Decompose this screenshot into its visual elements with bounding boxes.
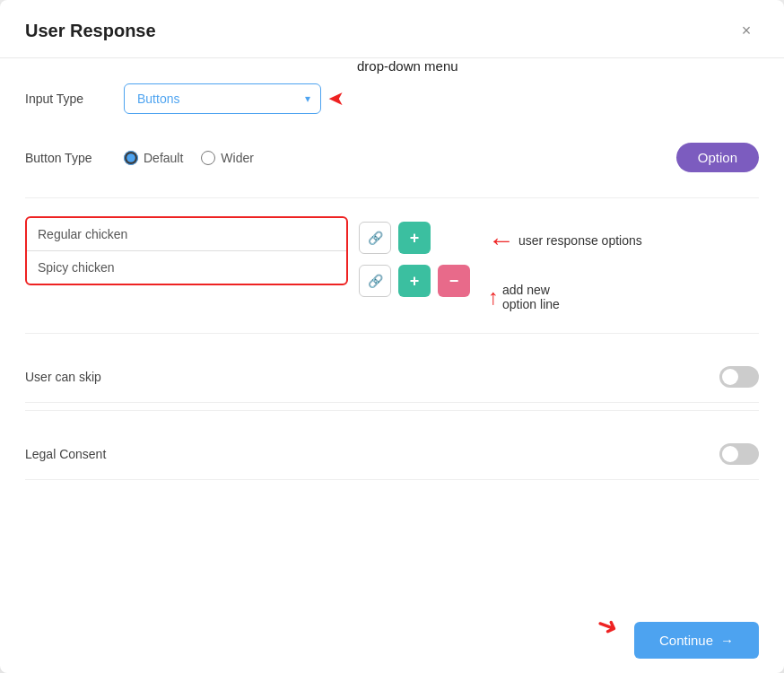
dropdown-red-arrow-icon: ➤ xyxy=(328,87,344,110)
input-type-row: Input Type Buttons ▾ ➤ xyxy=(25,83,759,114)
option-2-buttons: 🔗 + − xyxy=(359,265,470,297)
divider-3 xyxy=(25,410,759,411)
continue-arrow-icon: → xyxy=(720,633,734,648)
legal-consent-label: Legal Consent xyxy=(25,447,719,461)
link-icon-2: 🔗 xyxy=(368,274,383,288)
divider-1 xyxy=(25,197,759,198)
close-button[interactable]: × xyxy=(734,18,759,43)
option-input-2[interactable] xyxy=(27,251,346,284)
radio-default-input[interactable] xyxy=(124,151,138,165)
option-1-link-button[interactable]: 🔗 xyxy=(359,222,391,254)
legal-consent-slider xyxy=(719,443,759,465)
options-section-wrapper: 🔗 + 🔗 + − xyxy=(25,216,759,311)
option-1-buttons: 🔗 + xyxy=(359,222,470,254)
user-response-annotation: ← user response options xyxy=(488,227,642,254)
option-1-add-button[interactable]: + xyxy=(398,222,431,254)
user-can-skip-slider xyxy=(719,366,759,388)
radio-default[interactable]: Default xyxy=(124,151,183,165)
add-option-annotation: ↑ add new option line xyxy=(488,283,642,311)
dialog-title: User Response xyxy=(25,21,156,41)
response-options-arrow-icon: ← xyxy=(488,227,515,254)
button-type-label: Button Type xyxy=(25,151,124,165)
link-icon: 🔗 xyxy=(368,231,383,245)
user-can-skip-toggle[interactable] xyxy=(719,366,759,388)
input-type-label: Input Type xyxy=(25,92,124,106)
dropdown-annotation: drop-down menu xyxy=(357,58,458,74)
option-badge-button[interactable]: Option xyxy=(676,143,759,172)
add-icon-2: + xyxy=(410,272,420,291)
button-type-row: Button Type Default Wider Option xyxy=(25,143,759,172)
option-2-add-button[interactable]: + xyxy=(398,265,431,297)
dialog-footer: Continue → xyxy=(0,607,784,673)
dialog: User Response × drop-down menu Input Typ… xyxy=(0,0,784,673)
user-response-options-text: user response options xyxy=(518,233,642,248)
option-2-remove-button[interactable]: − xyxy=(438,265,470,297)
divider-2 xyxy=(25,333,759,334)
continue-button[interactable]: Continue → xyxy=(634,622,759,659)
option-input-1[interactable] xyxy=(27,218,346,251)
side-annotations: ← user response options ↑ add new option… xyxy=(488,216,642,311)
dialog-body: drop-down menu Input Type Buttons ▾ ➤ Bu… xyxy=(0,58,784,552)
remove-icon: − xyxy=(449,272,459,291)
options-action-buttons: 🔗 + 🔗 + − xyxy=(359,216,470,297)
option-2-link-button[interactable]: 🔗 xyxy=(359,265,391,297)
continue-label: Continue xyxy=(659,633,713,648)
legal-consent-row: Legal Consent xyxy=(25,429,759,480)
radio-group: Default Wider xyxy=(124,151,254,165)
legal-consent-toggle[interactable] xyxy=(719,443,759,465)
add-option-text: add new option line xyxy=(502,283,560,311)
input-type-select[interactable]: Buttons xyxy=(124,83,321,114)
options-inputs xyxy=(25,216,348,285)
user-can-skip-label: User can skip xyxy=(25,370,719,384)
radio-wider[interactable]: Wider xyxy=(201,151,254,165)
radio-default-label: Default xyxy=(144,151,183,165)
add-option-arrow-icon: ↑ xyxy=(488,286,499,308)
dialog-header: User Response × xyxy=(0,0,784,58)
radio-wider-label: Wider xyxy=(221,151,254,165)
user-can-skip-row: User can skip xyxy=(25,352,759,403)
radio-wider-input[interactable] xyxy=(201,151,215,165)
add-icon-1: + xyxy=(410,229,420,248)
input-type-dropdown-wrapper: Buttons ▾ xyxy=(124,83,321,114)
